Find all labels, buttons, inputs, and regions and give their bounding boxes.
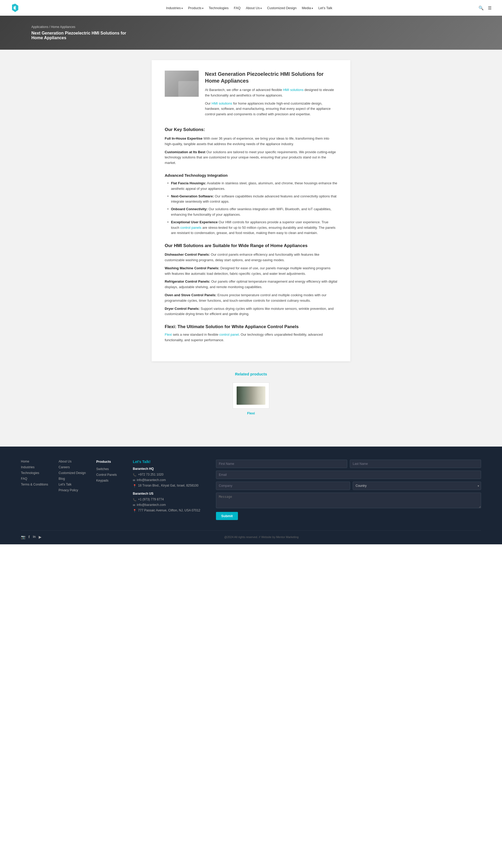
- control-panels-link[interactable]: control panels: [180, 226, 201, 229]
- key-solutions-section: Our Key Solutions: Full In-House Experti…: [165, 127, 337, 166]
- product-image-inner: [165, 71, 199, 97]
- email-input[interactable]: [216, 471, 481, 479]
- article-intro2: Our HMI solutions for home appliances in…: [205, 101, 337, 117]
- key-solution-1: Full In-House Expertise With over 36 yea…: [165, 136, 337, 147]
- footer-link-control-panels[interactable]: Control Panels: [96, 473, 122, 477]
- article-top: Next Generation Piezoelectric HMI Soluti…: [165, 71, 337, 120]
- footer-copyright: @2024 All rights reserved. // Website by…: [42, 536, 481, 539]
- footer-link-customized[interactable]: Customized Design: [59, 471, 86, 475]
- footer-hq-address: 📍 18 Troran Blvd., Kiryat Gat, Israel, 8…: [133, 484, 200, 488]
- article-heading: Next Generation Piezoelectric HMI Soluti…: [205, 71, 337, 84]
- form-company-country-row: Country United States Israel Germany UK …: [216, 482, 481, 490]
- bullet-user-experience: Exceptional User Experience Our HMI cont…: [167, 220, 337, 236]
- first-name-input[interactable]: [216, 459, 347, 468]
- footer-link-privacy[interactable]: Privacy Policy: [59, 488, 86, 492]
- footer-link-terms[interactable]: Terms & Conditions: [21, 483, 48, 486]
- nav-customized[interactable]: Customized Design: [267, 6, 297, 10]
- advanced-title: Advanced Technology Integration: [165, 173, 337, 177]
- footer-hq-phone-number: +972 73 251 1020: [138, 473, 163, 476]
- nav-icons: 🔍 ☰: [479, 6, 492, 10]
- hmi-washing-machine: Washing Machine Control Panels: Designed…: [165, 266, 337, 277]
- instagram-icon[interactable]: 📷: [21, 535, 25, 539]
- bullet-software: Next-Generation Software: Our software c…: [167, 194, 337, 205]
- footer-contact: Let's Talk! Barantech HQ 📞 +972 73 251 1…: [133, 459, 200, 520]
- location-icon: 📍: [133, 484, 136, 488]
- linkedin-icon[interactable]: in: [33, 535, 36, 539]
- footer-hq-phone: 📞 +972 73 251 1020: [133, 473, 200, 477]
- last-name-input[interactable]: [350, 459, 481, 468]
- nav-products[interactable]: Products: [188, 6, 203, 10]
- footer-form: Country United States Israel Germany UK …: [216, 459, 481, 520]
- nav-media[interactable]: Media: [302, 6, 313, 10]
- related-card-image: [233, 382, 269, 409]
- nav-about[interactable]: About Us: [246, 6, 262, 10]
- footer-link-lets-talk[interactable]: Let's Talk: [59, 483, 86, 486]
- hmi-link-1[interactable]: HMI solutions: [283, 88, 304, 92]
- phone-icon: 📞: [133, 473, 136, 477]
- bullet-connectivity: Onboard Connectivity: Our solutions offe…: [167, 207, 337, 218]
- footer-us-phone: 📞 +1 (973) 779 8774: [133, 497, 200, 502]
- logo[interactable]: [10, 3, 20, 12]
- footer-bottom: 📷 f in ▶ @2024 All rights reserved. // W…: [21, 530, 481, 539]
- footer: Home Industries Technologies FAQ Terms &…: [0, 446, 502, 544]
- article-card: Next Generation Piezoelectric HMI Soluti…: [152, 60, 350, 361]
- product-image: [165, 71, 199, 97]
- nav-faq[interactable]: FAQ: [234, 6, 240, 10]
- footer-hq-address-text: 18 Troran Blvd., Kiryat Gat, Israel, 825…: [138, 484, 198, 487]
- location-us-icon: 📍: [133, 509, 136, 513]
- flexi-link[interactable]: Flexi: [165, 332, 172, 337]
- youtube-icon[interactable]: ▶: [39, 535, 42, 539]
- message-textarea[interactable]: [216, 493, 481, 508]
- hmi-link-2[interactable]: HMI solutions: [212, 102, 232, 105]
- footer-us-title: Barantech US: [133, 492, 200, 495]
- facebook-icon[interactable]: f: [29, 535, 30, 539]
- footer-us-phone-number: +1 (973) 779 8774: [138, 497, 164, 501]
- footer-link-switches[interactable]: Switches: [96, 467, 122, 471]
- footer-link-careers[interactable]: Careers: [59, 465, 86, 469]
- hmi-suitable-section: Our HMI Solutions are Suitable for Wide …: [165, 243, 337, 317]
- hmi-oven: Oven and Stove Control Panels: Ensure pr…: [165, 292, 337, 303]
- footer-link-about[interactable]: About Us: [59, 459, 86, 463]
- hmi-dishwasher: Dishwasher Control Panels: Our control p…: [165, 252, 337, 263]
- footer-us-address-text: 777 Passaic Avenue, Clifton, NJ, USA 070…: [138, 508, 200, 512]
- related-card-flexi[interactable]: Flexi: [233, 382, 269, 415]
- footer-link-technologies[interactable]: Technologies: [21, 471, 48, 475]
- form-name-row: [216, 459, 481, 468]
- phone-us-icon: 📞: [133, 498, 136, 502]
- footer-link-keypads[interactable]: Keypads: [96, 479, 122, 482]
- footer-us-email-addr: info@barantech.com: [137, 503, 166, 507]
- footer-link-home[interactable]: Home: [21, 459, 48, 463]
- search-icon[interactable]: 🔍: [479, 6, 484, 10]
- nav-links: Industries Products Technologies FAQ Abo…: [166, 6, 332, 10]
- form-message-row: [216, 493, 481, 508]
- footer-hq-title: Barantech HQ: [133, 467, 200, 471]
- advanced-section: Advanced Technology Integration Flat Fas…: [165, 173, 337, 236]
- related-products-section: Related products Flexi: [152, 372, 350, 415]
- footer-col-1: Home Industries Technologies FAQ Terms &…: [21, 459, 48, 520]
- navbar: Industries Products Technologies FAQ Abo…: [0, 0, 502, 16]
- control-panel-link[interactable]: control panel: [219, 332, 239, 337]
- article-intro1: At Barantech, we offer a range of advanc…: [205, 87, 337, 98]
- related-products-grid: Flexi: [152, 382, 350, 415]
- flexi-title: Flexi: The Ultimate Solution for White A…: [165, 324, 337, 329]
- nav-technologies[interactable]: Technologies: [209, 6, 228, 10]
- article-intro: Next Generation Piezoelectric HMI Soluti…: [205, 71, 337, 120]
- menu-icon[interactable]: ☰: [488, 6, 492, 10]
- country-wrapper: Country United States Israel Germany UK …: [353, 482, 481, 490]
- related-products-title: Related products: [152, 372, 350, 376]
- submit-button[interactable]: Submit: [216, 512, 238, 520]
- nav-industries[interactable]: Industries: [166, 6, 183, 10]
- nav-lets-talk[interactable]: Let's Talk: [318, 6, 332, 10]
- flexi-text: Flexi sets a new standard in flexible co…: [165, 332, 337, 343]
- country-select[interactable]: Country United States Israel Germany UK …: [353, 482, 481, 490]
- hmi-refrigerator: Refrigerator Control Panels: Our panels …: [165, 279, 337, 290]
- flexi-section: Flexi: The Ultimate Solution for White A…: [165, 324, 337, 343]
- company-input[interactable]: [216, 482, 350, 490]
- footer-link-industries[interactable]: Industries: [21, 465, 48, 469]
- advanced-bullets: Flat Fascia Housings: Available in stain…: [165, 180, 337, 236]
- footer-us-email: ✉ info@barantech.com: [133, 503, 200, 507]
- email-us-icon: ✉: [133, 504, 135, 507]
- footer-link-blog[interactable]: Blog: [59, 477, 86, 480]
- main-content: Next Generation Piezoelectric HMI Soluti…: [0, 50, 502, 446]
- footer-link-faq[interactable]: FAQ: [21, 477, 48, 480]
